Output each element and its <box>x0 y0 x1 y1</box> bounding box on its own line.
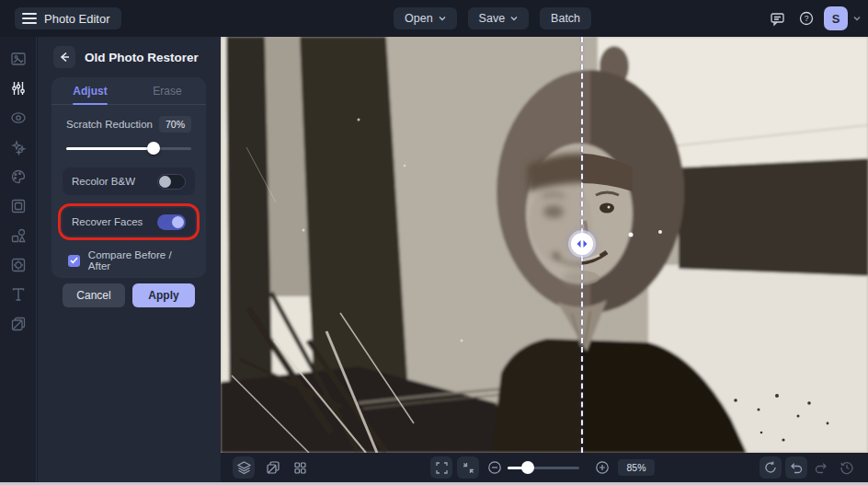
sidebar-item-crop[interactable] <box>6 195 30 216</box>
slider-fill <box>66 147 154 150</box>
top-bar: Photo Editor Open Save Batch ? S <box>0 0 868 37</box>
fullscreen-icon <box>435 461 449 475</box>
arrow-left-icon <box>58 51 71 64</box>
scratch-reduction-label: Scratch Reduction <box>66 119 153 130</box>
tab-adjust[interactable]: Adjust <box>51 77 129 104</box>
zoom-in-button[interactable] <box>591 456 613 479</box>
eye-icon <box>10 110 27 126</box>
grid-icon <box>293 461 307 475</box>
sidebar-item-ai-tools[interactable] <box>6 136 30 157</box>
account-chevron-down-icon[interactable] <box>853 15 861 22</box>
sidebar-item-collage[interactable] <box>6 313 30 334</box>
redo-icon <box>814 460 828 475</box>
compare-row: Compare Before / After <box>68 249 195 271</box>
recolor-row: Recolor B&W <box>63 167 195 195</box>
reset-button[interactable] <box>760 456 782 479</box>
sidebar-item-color[interactable] <box>6 166 30 187</box>
sidebar-item-adjust[interactable] <box>6 77 30 98</box>
sidebar-item-effects[interactable] <box>6 254 30 275</box>
tool-rail <box>0 37 37 482</box>
effects-icon <box>10 257 27 273</box>
comment-icon <box>770 11 785 27</box>
avatar-initial: S <box>832 12 840 26</box>
chevron-down-icon <box>439 15 446 22</box>
slider-thumb[interactable] <box>147 142 160 155</box>
layers-icon <box>236 460 252 476</box>
photo-canvas[interactable] <box>221 37 868 453</box>
help-icon: ? <box>798 10 815 27</box>
sidebar-item-elements[interactable] <box>6 225 30 246</box>
toggle-knob <box>159 176 171 188</box>
scratch-reduction-slider[interactable] <box>66 142 191 155</box>
palette-icon <box>10 168 27 185</box>
collage-icon <box>10 316 27 332</box>
redo-button[interactable] <box>810 456 832 479</box>
ai-sparkles-icon <box>10 139 27 156</box>
history-button[interactable] <box>836 456 858 479</box>
app-menu-chip[interactable]: Photo Editor <box>15 7 121 29</box>
apply-button[interactable]: Apply <box>132 283 195 307</box>
old-photo-restorer-panel: Old Photo Restorer Adjust Erase Scratch … <box>38 37 221 482</box>
duplicate-button[interactable] <box>262 456 284 479</box>
canvas-zoom-slider[interactable] <box>508 461 579 474</box>
help-button[interactable]: ? <box>794 6 818 30</box>
fit-to-screen-icon <box>462 461 475 475</box>
avatar[interactable]: S <box>824 6 848 30</box>
undo-icon <box>789 460 804 475</box>
panel-title: Old Photo Restorer <box>85 51 199 64</box>
save-button-label: Save <box>479 12 506 25</box>
chevron-down-icon <box>510 15 518 22</box>
open-button[interactable]: Open <box>394 7 457 29</box>
undo-button[interactable] <box>785 456 807 479</box>
feedback-button[interactable] <box>765 6 789 30</box>
back-button[interactable] <box>53 46 75 68</box>
sidebar-item-text[interactable] <box>6 283 30 305</box>
panel-tabs: Adjust Erase <box>51 77 206 105</box>
zoom-in-icon <box>595 460 610 475</box>
recover-faces-toggle[interactable] <box>157 214 186 230</box>
left-right-arrows-icon <box>576 239 588 248</box>
recover-faces-label: Recover Faces <box>72 216 143 227</box>
zoom-level-value[interactable]: 85% <box>618 459 655 476</box>
compare-checkbox[interactable] <box>68 255 80 267</box>
old-photo-image <box>221 37 868 453</box>
text-icon <box>10 286 27 303</box>
adjustments-icon <box>10 80 27 97</box>
shapes-icon <box>10 227 27 244</box>
duplicate-icon <box>266 460 280 475</box>
check-icon <box>70 257 78 264</box>
compare-label: Compare Before / After <box>88 249 195 271</box>
history-icon <box>839 460 854 475</box>
fit-screen-button[interactable] <box>457 456 479 479</box>
zoom-out-button[interactable] <box>484 456 506 479</box>
recolor-toggle[interactable] <box>157 174 186 190</box>
compare-divider-handle[interactable] <box>571 233 593 255</box>
tab-erase[interactable]: Erase <box>129 77 206 104</box>
adjust-card: Adjust Erase Scratch Reduction 70% Recol… <box>51 77 206 278</box>
sidebar-item-image[interactable] <box>6 48 30 69</box>
fullscreen-button[interactable] <box>430 456 452 479</box>
frame-icon <box>10 198 27 214</box>
batch-button-label: Batch <box>551 12 580 25</box>
batch-button[interactable]: Batch <box>540 7 591 29</box>
canvas-toolbar: 85% <box>221 453 868 482</box>
svg-text:?: ? <box>805 14 809 23</box>
reset-icon <box>763 460 778 475</box>
save-button[interactable]: Save <box>468 7 530 29</box>
zoom-slider-thumb[interactable] <box>521 461 534 474</box>
cancel-button[interactable]: Cancel <box>63 283 125 307</box>
recolor-label: Recolor B&W <box>72 176 135 187</box>
sidebar-item-retouch[interactable] <box>6 107 30 128</box>
grid-view-button[interactable] <box>289 456 311 479</box>
hamburger-menu-icon[interactable] <box>22 13 37 24</box>
open-button-label: Open <box>405 12 433 25</box>
scratch-reduction-value: 70% <box>159 116 191 133</box>
app-title: Photo Editor <box>44 12 110 26</box>
image-icon <box>10 51 27 67</box>
layers-button[interactable] <box>233 456 255 479</box>
zoom-out-icon <box>487 460 502 475</box>
recover-faces-row: Recover Faces <box>63 208 195 236</box>
toggle-knob <box>172 216 184 228</box>
